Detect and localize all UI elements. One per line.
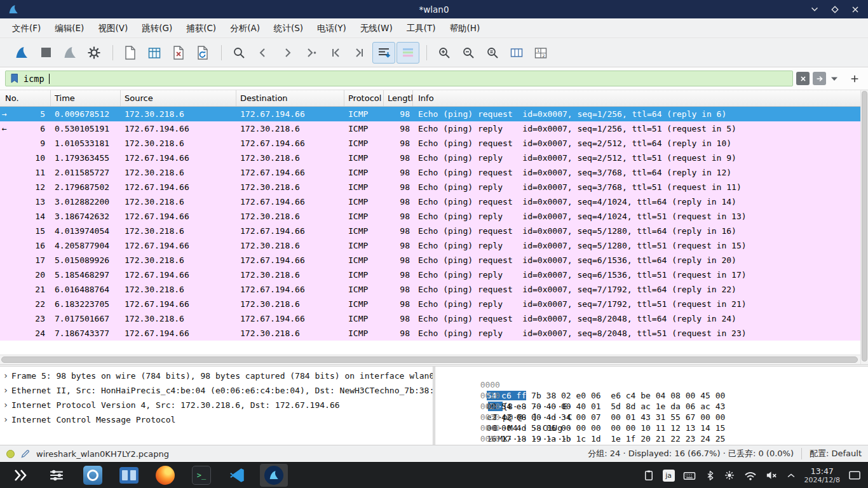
packet-row[interactable]: 12 2.179687502 172.67.194.66 172.30.218.… — [0, 180, 860, 194]
filter-dropdown-caret[interactable] — [829, 72, 839, 85]
close-button[interactable] — [850, 4, 860, 15]
display-filter-input[interactable]: icmp — [5, 71, 793, 86]
zoom-reset-button[interactable] — [481, 42, 504, 64]
window-titlebar[interactable]: *wlan0 — [0, 0, 868, 18]
menu-item[interactable]: 视图(V) — [91, 18, 135, 38]
packet-row[interactable]: 11 2.011585727 172.30.218.6 172.67.194.6… — [0, 165, 860, 180]
packet-row[interactable]: 17 5.015089926 172.30.218.6 172.67.194.6… — [0, 253, 860, 268]
column-header-no[interactable]: No. — [0, 90, 51, 106]
detail-row[interactable]: Ethernet II, Src: HonHaiPrecis_c4:be:04 … — [0, 383, 433, 398]
minimize-button[interactable] — [810, 4, 820, 15]
column-header-destination[interactable]: Destination — [236, 90, 344, 106]
column-layout-button[interactable]: 12 — [529, 42, 552, 64]
resize-columns-button[interactable] — [505, 42, 528, 64]
expert-info-icon[interactable] — [6, 450, 15, 458]
find-packet-button[interactable] — [227, 42, 250, 64]
colorize-button[interactable] — [397, 42, 419, 64]
expand-arrow-icon[interactable] — [0, 412, 11, 427]
volume-muted-icon[interactable] — [765, 469, 778, 482]
file-manager-icon[interactable] — [115, 464, 143, 487]
menu-item[interactable]: 电话(Y) — [310, 18, 353, 38]
open-file-button[interactable] — [119, 42, 142, 64]
menu-item[interactable]: 文件(F) — [5, 18, 48, 38]
expand-arrow-icon[interactable] — [0, 369, 11, 383]
bluetooth-icon[interactable] — [704, 469, 715, 482]
column-header-time[interactable]: Time — [51, 90, 121, 106]
column-header-source[interactable]: Source — [121, 90, 236, 106]
display-pager-icon[interactable] — [848, 469, 862, 482]
filter-apply-button[interactable] — [813, 72, 826, 85]
hex-row[interactable]: 0000 54 c6 ff 7b 38 02 e0 06 e6 c4 be 04… — [440, 369, 868, 379]
menu-item[interactable]: 统计(S) — [267, 18, 310, 38]
go-last-button[interactable] — [348, 42, 371, 64]
packet-row[interactable]: → 5 0.009678512 172.30.218.6 172.67.194.… — [0, 107, 860, 121]
go-to-packet-button[interactable] — [300, 42, 323, 64]
wifi-icon[interactable] — [743, 469, 757, 482]
horizontal-scrollbar[interactable] — [0, 355, 860, 364]
keyboard-icon[interactable] — [682, 469, 696, 482]
packet-row[interactable]: ← 6 0.530105191 172.67.194.66 172.30.218… — [0, 121, 860, 136]
menu-item[interactable]: 编辑(E) — [48, 18, 91, 38]
capture-comment-icon[interactable] — [20, 449, 31, 459]
firefox-icon[interactable] — [151, 464, 179, 487]
expand-arrow-icon[interactable] — [0, 398, 11, 412]
vertical-scrollbar[interactable] — [860, 90, 868, 364]
detail-row[interactable]: Internet Control Message Protocol — [0, 412, 433, 427]
packet-row[interactable]: 9 1.010533181 172.30.218.6 172.67.194.66… — [0, 136, 860, 151]
menu-item[interactable]: 跳转(G) — [135, 18, 179, 38]
detail-row[interactable]: Internet Protocol Version 4, Src: 172.30… — [0, 398, 433, 412]
column-header-info[interactable]: Info — [413, 90, 868, 106]
column-header-length[interactable]: Lengtl — [384, 90, 413, 106]
auto-scroll-button[interactable] — [372, 42, 395, 64]
start-capture-button[interactable] — [10, 42, 33, 64]
blue-app-icon[interactable] — [79, 464, 107, 487]
packet-row[interactable]: 16 4.205877904 172.67.194.66 172.30.218.… — [0, 238, 860, 253]
expand-arrow-icon[interactable] — [0, 383, 11, 398]
column-header-protocol[interactable]: Protocol — [344, 90, 384, 106]
hex-row[interactable]: 0010 00 54 e8 70 40 00 40 01 5d 8d ac 1e… — [440, 379, 868, 390]
wireshark-taskbar-icon[interactable] — [260, 464, 288, 487]
menu-item[interactable]: 分析(A) — [223, 18, 267, 38]
menu-item[interactable]: 帮助(H) — [442, 18, 487, 38]
filter-clear-button[interactable] — [796, 72, 810, 85]
menu-item[interactable]: 捕获(C) — [179, 18, 223, 38]
brightness-icon[interactable] — [723, 469, 736, 482]
go-first-button[interactable] — [324, 42, 347, 64]
reload-file-button[interactable] — [191, 42, 214, 64]
profile-label[interactable]: 配置: Default — [801, 448, 862, 459]
packet-row[interactable]: 24 7.186743377 172.67.194.66 172.30.218.… — [0, 326, 860, 341]
input-method-badge[interactable]: ja — [663, 470, 675, 482]
terminal-icon[interactable] — [187, 464, 215, 487]
settings-sliders-icon[interactable] — [43, 464, 71, 487]
packet-row[interactable]: 13 3.012882200 172.30.218.6 172.67.194.6… — [0, 194, 860, 209]
detail-row[interactable]: Frame 5: 98 bytes on wire (784 bits), 98… — [0, 369, 433, 383]
packet-row[interactable]: 21 6.016488764 172.30.218.6 172.67.194.6… — [0, 282, 860, 297]
close-file-button[interactable] — [167, 42, 190, 64]
go-forward-button[interactable] — [276, 42, 299, 64]
packet-row[interactable]: 14 3.186742632 172.67.194.66 172.30.218.… — [0, 209, 860, 224]
go-back-button[interactable] — [252, 42, 275, 64]
filter-bookmark-icon[interactable] — [10, 73, 19, 84]
scrollbar-thumb[interactable] — [1, 356, 858, 363]
clock[interactable]: 13:47 2024/12/8 — [804, 466, 840, 484]
tray-expand-icon[interactable] — [785, 470, 797, 480]
vscode-icon[interactable] — [224, 464, 252, 487]
clipboard-icon[interactable] — [642, 469, 655, 482]
menu-item[interactable]: 工具(T) — [400, 18, 443, 38]
packet-row[interactable]: 23 7.017501667 172.30.218.6 172.67.194.6… — [0, 311, 860, 326]
zoom-out-button[interactable] — [457, 42, 480, 64]
capture-options-button[interactable] — [83, 42, 105, 64]
packet-row[interactable]: 10 1.179363455 172.67.194.66 172.30.218.… — [0, 151, 860, 165]
maximize-button[interactable] — [830, 4, 840, 15]
packet-row[interactable]: 20 5.185468297 172.67.194.66 172.30.218.… — [0, 268, 860, 282]
menu-item[interactable]: 无线(W) — [353, 18, 400, 38]
scrollbar-thumb[interactable] — [862, 91, 867, 362]
packet-row[interactable]: 15 4.013974054 172.30.218.6 172.67.194.6… — [0, 224, 860, 238]
save-file-button[interactable] — [143, 42, 166, 64]
zoom-in-button[interactable] — [433, 42, 456, 64]
filter-add-button[interactable] — [846, 72, 863, 85]
stop-capture-button[interactable] — [34, 42, 57, 64]
restart-capture-button[interactable] — [58, 42, 81, 64]
app-menu-button[interactable] — [6, 464, 34, 487]
packet-row[interactable]: 22 6.183223705 172.67.194.66 172.30.218.… — [0, 297, 860, 311]
